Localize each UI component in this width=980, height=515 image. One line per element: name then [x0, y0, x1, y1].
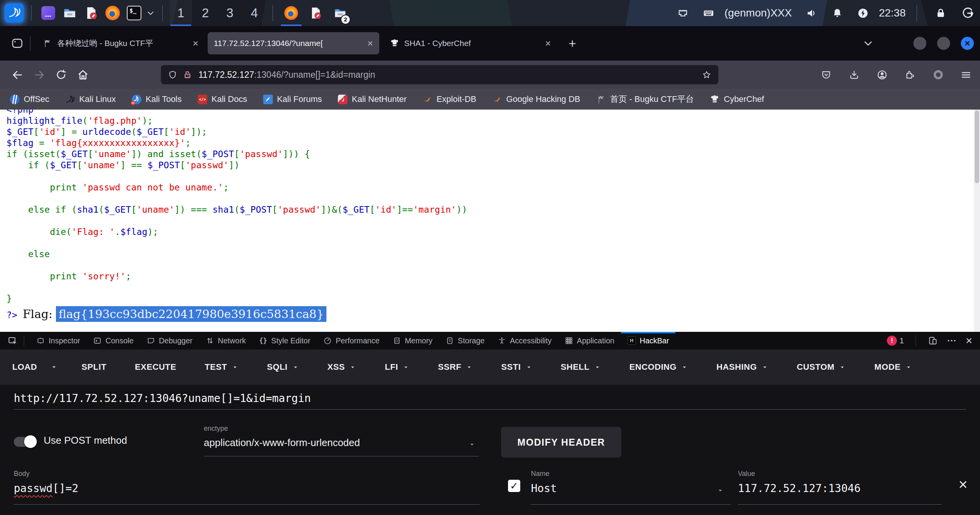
hamburger-menu-icon[interactable] [960, 69, 972, 80]
taskbar-window-button[interactable] [280, 0, 302, 26]
error-badge-icon[interactable]: ! [887, 336, 897, 346]
pocket-icon[interactable] [821, 69, 832, 80]
devtools-tab-performance[interactable]: Performance [317, 332, 386, 349]
page-scrollbar[interactable] [974, 110, 980, 332]
toggle-knob[interactable] [24, 435, 37, 448]
taskbar-window-button[interactable]: 2 [329, 0, 351, 26]
taskbar-window-button[interactable] [305, 0, 327, 26]
tab-close-button[interactable]: × [363, 38, 373, 49]
tab-close-button[interactable]: × [188, 38, 198, 49]
url-text[interactable]: 117.72.52.127:13046/?uname[]=1&id=margin [198, 70, 375, 80]
scrollbar-thumb[interactable] [975, 110, 979, 183]
reload-button[interactable] [55, 69, 67, 81]
account-icon[interactable] [877, 69, 888, 80]
workspace-button-3[interactable]: 3 [219, 0, 241, 26]
body-input[interactable]: passwd[]=2 [14, 482, 79, 495]
header-enabled-checkbox[interactable]: ✓ [508, 480, 520, 492]
hackbar-menu-xss[interactable]: XSS [328, 362, 357, 372]
proxy-ring-icon[interactable] [932, 69, 944, 80]
devtools-tab-network[interactable]: Network [199, 332, 252, 349]
maximize-window-button[interactable] [937, 37, 950, 50]
remove-header-button[interactable]: × [959, 477, 967, 492]
devtools-tab-accessibility[interactable]: Accessibility [491, 332, 558, 349]
devtools-options-meatball-icon[interactable] [946, 335, 957, 346]
bookmark-kali-tools[interactable]: 11Kali Tools [132, 94, 182, 104]
bookmark-star-icon[interactable] [702, 70, 711, 80]
devtools-tab-style-editor[interactable]: {}Style Editor [252, 332, 317, 349]
hackbar-menu-shell[interactable]: SHELL [561, 362, 601, 372]
header-name-select[interactable]: Host [531, 482, 557, 495]
speaker-icon[interactable] [806, 7, 818, 19]
firefox-view-icon[interactable] [11, 37, 24, 50]
power-icon[interactable] [857, 7, 869, 19]
devtools-tab-storage[interactable]: Storage [439, 332, 491, 349]
workspace-button-2[interactable]: 2 [194, 0, 216, 26]
logout-icon[interactable] [962, 7, 974, 19]
hackbar-menu-load[interactable]: LOAD [12, 362, 37, 372]
forward-button[interactable] [33, 69, 45, 81]
chevron-down-icon[interactable] [146, 9, 155, 17]
hackbar-menu-encoding[interactable]: ENCODING [629, 362, 688, 372]
bookmark-kali-forums[interactable]: Kali Forums [263, 94, 322, 104]
hackbar-menu-sqli[interactable]: SQLI [267, 362, 299, 372]
downloads-icon[interactable] [849, 69, 860, 80]
home-button[interactable] [77, 69, 89, 81]
devtools-tab-hackbar[interactable]: HHackBar [621, 332, 676, 349]
url-bar[interactable]: 117.72.52.127:13046/?uname[]=1&id=margin [161, 65, 718, 84]
header-name-caret-icon[interactable] [716, 487, 724, 494]
bookmark-首页-bugku-ctf平台[interactable]: 首页 - Bugku CTF平台 [597, 93, 694, 105]
hackbar-menu-split[interactable]: SPLIT [82, 362, 107, 372]
bookmark-kali-linux[interactable]: Kali Linux [66, 94, 116, 104]
extensions-puzzle-icon[interactable] [905, 69, 916, 80]
workspace-button-1[interactable]: 1 [170, 0, 192, 26]
devtools-tab-debugger[interactable]: Debugger [140, 332, 199, 349]
devtools-tab-memory[interactable]: Memory [386, 332, 439, 349]
back-button[interactable] [11, 69, 23, 81]
devtools-tab-console[interactable]: Console [87, 332, 140, 349]
bookmark-google-hacking-db[interactable]: Google Hacking DB [492, 94, 580, 104]
hackbar-menu-test[interactable]: TEST [205, 362, 239, 372]
modify-header-button[interactable]: MODIFY HEADER [501, 427, 621, 458]
ethernet-icon[interactable] [677, 7, 689, 19]
devtools-tab-application[interactable]: Application [558, 332, 621, 349]
keyboard-icon[interactable] [703, 7, 715, 19]
tracking-shield-icon[interactable] [168, 70, 177, 80]
bell-icon[interactable] [831, 7, 843, 19]
devtools-tab-inspector[interactable]: Inspector [30, 332, 87, 349]
close-window-button[interactable]: × [961, 37, 974, 50]
bookmark-cyberchef[interactable]: CyberChef [710, 94, 764, 104]
use-post-toggle[interactable] [14, 437, 36, 447]
app-menu-icon[interactable]: ••• [41, 6, 56, 20]
bookmark-kali-nethunter[interactable]: Kali NetHunter [338, 94, 406, 104]
browser-tab-1[interactable]: 各种绕过哟 - Bugku CTF平× [37, 32, 205, 54]
devtools-close-button[interactable]: × [965, 335, 972, 346]
browser-tab-2[interactable]: 117.72.52.127:13046/?uname[× [208, 32, 379, 54]
bookmark-offsec[interactable]: OffSec [10, 94, 49, 104]
enctype-select[interactable]: application/x-www-form-urlencoded [204, 437, 360, 449]
responsive-design-icon[interactable] [928, 336, 938, 346]
hackbar-url-input[interactable]: http://117.72.52.127:13046?uname[]=1&id=… [14, 389, 966, 410]
file-manager-icon[interactable] [62, 6, 77, 20]
lock-icon[interactable] [935, 7, 947, 19]
flag-value-selected[interactable]: flag{193cc93dbc220417980e3916c5831ca8} [56, 306, 326, 322]
minimize-window-button[interactable] [913, 37, 926, 50]
enctype-caret-icon[interactable] [468, 441, 476, 448]
hackbar-menu-ssrf[interactable]: SSRF [438, 362, 473, 372]
firefox-icon[interactable] [105, 6, 120, 20]
tab-close-button[interactable]: × [541, 38, 551, 49]
browser-tab-3[interactable]: SHA1 - CyberChef× [384, 32, 557, 54]
hackbar-menu-lfi[interactable]: LFI [385, 362, 410, 372]
terminal-icon[interactable]: $_ [127, 6, 141, 20]
hackbar-menu-execute[interactable]: EXECUTE [135, 362, 176, 372]
bookmark-exploit-db[interactable]: Exploit-DB [423, 94, 476, 104]
insecure-lock-icon[interactable] [183, 70, 192, 80]
new-tab-button[interactable]: + [565, 36, 580, 51]
element-picker-icon[interactable] [8, 336, 18, 346]
list-all-tabs-chevron-icon[interactable] [863, 38, 873, 49]
header-value-input[interactable]: 117.72.52.127:13046 [738, 482, 860, 495]
hackbar-menu-hashing[interactable]: HASHING [716, 362, 769, 372]
text-editor-icon[interactable] [84, 6, 98, 20]
workspace-button-4[interactable]: 4 [243, 0, 265, 26]
load-options-caret-button[interactable] [50, 363, 58, 371]
hackbar-menu-mode[interactable]: MODE [874, 362, 912, 372]
